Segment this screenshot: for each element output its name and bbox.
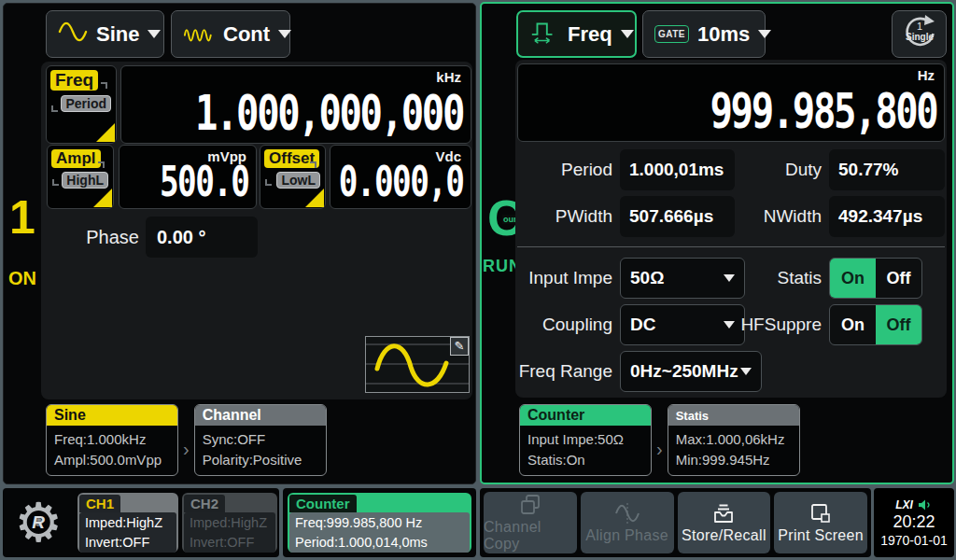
channel-card-title: Channel: [195, 405, 326, 426]
edit-waveform-icon[interactable]: ✎: [450, 337, 469, 356]
counter-card-line: Input Impe:50Ω: [527, 429, 643, 450]
channel-card-line: Sync:OFF: [203, 429, 318, 450]
corner-mark-icon: [265, 179, 272, 186]
mode-dropdown[interactable]: Cont: [171, 10, 290, 58]
channel1-panel: 1 ON Sine Cont Freq Period kHz 1.000: [3, 3, 476, 484]
corner-mark-icon: [51, 105, 58, 112]
chevron-right-icon: ›: [656, 439, 663, 460]
waveform-dropdown[interactable]: Sine: [46, 10, 164, 58]
counter-status-card[interactable]: Counter Freq:999.985,800 Hz Period:1.000…: [288, 493, 471, 553]
corner-mark-icon: [98, 161, 105, 168]
hf-suppress-label: HFSuppre: [713, 315, 822, 335]
align-phase-button[interactable]: Align Phase: [581, 492, 674, 553]
continuous-wave-icon: [183, 21, 215, 49]
beeper-icon: [918, 499, 933, 511]
statis-toggle: On Off: [829, 258, 922, 299]
chevron-down-icon: [758, 30, 771, 38]
sine-card-line: Freq:1.000kHz: [54, 429, 170, 450]
footer-status-section: LXI 20:22 1970-01-01: [874, 488, 954, 557]
single-trigger-button[interactable]: 1 Single: [892, 10, 947, 58]
ch1-tab: CH1: [79, 495, 120, 512]
ampl-value-display[interactable]: mVpp 500.0: [119, 145, 257, 209]
counter-status-line: Freq:999.985,800 Hz: [295, 513, 464, 533]
statis-off-button[interactable]: Off: [876, 259, 921, 298]
pulse-icon: [529, 17, 559, 52]
input-impedance-dropdown[interactable]: 50Ω: [620, 258, 745, 299]
freq-value-display[interactable]: kHz 1.000,000,000: [120, 65, 471, 144]
counter-card-title: Counter: [520, 405, 651, 426]
ch2-status-card[interactable]: CH2 Imped:HighZ Invert:OFF: [182, 493, 277, 553]
ampl-value: 500.0: [159, 158, 248, 205]
chevron-down-icon: [148, 30, 161, 38]
sine-card-line: Ampl:500.0mVpp: [54, 450, 170, 470]
copy-icon: [518, 493, 542, 517]
counter-tab: Counter: [289, 495, 357, 512]
measure-function-dropdown[interactable]: Freq: [516, 10, 637, 58]
section-divider: [517, 246, 945, 247]
hf-suppress-on-button[interactable]: On: [830, 305, 876, 344]
channel-copy-button[interactable]: Channel Copy: [484, 492, 577, 553]
print-screen-button[interactable]: Print Screen: [774, 492, 867, 553]
statis-card-title: Statis: [668, 405, 799, 426]
nwidth-value[interactable]: 492.347µs: [829, 196, 945, 237]
hf-suppress-toggle: On Off: [829, 304, 922, 345]
knob-triangle-icon: [305, 189, 324, 207]
screen: 1 ON Sine Cont Freq Period kHz 1.000: [0, 0, 956, 560]
statis-card-line: Min:999.945Hz: [676, 450, 792, 470]
freq-parameter-button[interactable]: Freq Period: [46, 65, 117, 144]
counter-card-line: Statis:On: [527, 450, 643, 470]
store-recall-button[interactable]: Store/Recall: [678, 492, 771, 553]
corner-mark-icon: [101, 82, 107, 89]
system-date: 1970-01-01: [880, 533, 948, 548]
channel-info-card[interactable]: Channel Sync:OFF Polarity:Positive: [194, 404, 327, 476]
ch2-status-line: Invert:OFF: [190, 533, 270, 553]
nwidth-label: NWidth: [732, 206, 822, 227]
statis-on-button[interactable]: On: [830, 259, 876, 298]
gate-value: 10ms: [697, 22, 750, 47]
reading-value: 999.985,800: [710, 83, 936, 139]
ch1-status-line: Invert:OFF: [85, 533, 171, 553]
pwidth-value[interactable]: 507.666µs: [620, 196, 735, 237]
waveform-preview[interactable]: ✎: [365, 336, 470, 393]
hf-suppress-off-button[interactable]: Off: [876, 305, 921, 344]
phase-input[interactable]: 0.00 °: [146, 217, 258, 258]
clock-area: LXI 20:22 1970-01-01: [874, 488, 954, 557]
phase-value: 0.00 °: [157, 227, 205, 248]
svg-text:Single: Single: [905, 32, 933, 42]
reading-unit: Hz: [918, 67, 935, 83]
store-recall-icon: [711, 501, 736, 525]
ampl-parameter-button[interactable]: Ampl HighL: [47, 145, 114, 209]
period-value[interactable]: 1.000,01ms: [620, 149, 735, 190]
statis-info-card[interactable]: Statis Max:1.000,06kHz Min:999.945Hz: [668, 404, 800, 476]
print-screen-icon: [808, 501, 833, 525]
gate-time-dropdown[interactable]: GATE 10ms: [642, 10, 766, 58]
chevron-down-icon: [621, 30, 634, 38]
chevron-down-icon: [740, 368, 752, 375]
duty-value[interactable]: 50.77%: [829, 149, 945, 190]
offset-value-display[interactable]: Vdc 0.000,0: [330, 145, 471, 209]
offset-value: 0.000,0: [338, 158, 463, 205]
system-menu-button[interactable]: ⚙ R: [7, 491, 70, 554]
channel-number: 1: [4, 190, 41, 245]
counter-info-card[interactable]: Counter Input Impe:50Ω Statis:On: [519, 404, 652, 476]
freq-value: 1.000,000,000: [195, 85, 463, 141]
period-alt-badge: Period: [61, 95, 111, 112]
freq-range-label: Freq Range: [499, 361, 612, 382]
offset-parameter-button[interactable]: Offset LowL: [260, 145, 326, 209]
coupling-label: Coupling: [499, 315, 612, 335]
counter-reading-display[interactable]: Hz 999.985,800: [517, 63, 945, 142]
sine-info-card[interactable]: Sine Freq:1.000kHz Ampl:500.0mVpp: [46, 404, 178, 476]
measure-label: Freq: [568, 22, 612, 47]
single-cycle-icon: 1 Single: [898, 14, 941, 55]
knob-triangle-icon: [96, 123, 115, 142]
system-time: 20:22: [893, 512, 935, 532]
ch1-status-card[interactable]: CH1 Imped:HighZ Invert:OFF: [77, 493, 178, 553]
footer-left-section: ⚙ R CH1 Imped:HighZ Invert:OFF CH2 Imped…: [3, 488, 279, 557]
svg-text:1: 1: [916, 21, 921, 32]
brand-logo: R: [32, 512, 45, 533]
pwidth-label: PWidth: [517, 206, 612, 227]
input-impedance-label: Input Impe: [499, 268, 612, 288]
knob-triangle-icon: [93, 189, 112, 207]
freq-unit: kHz: [436, 69, 461, 85]
freq-range-dropdown[interactable]: 0Hz~250MHz: [620, 351, 762, 392]
